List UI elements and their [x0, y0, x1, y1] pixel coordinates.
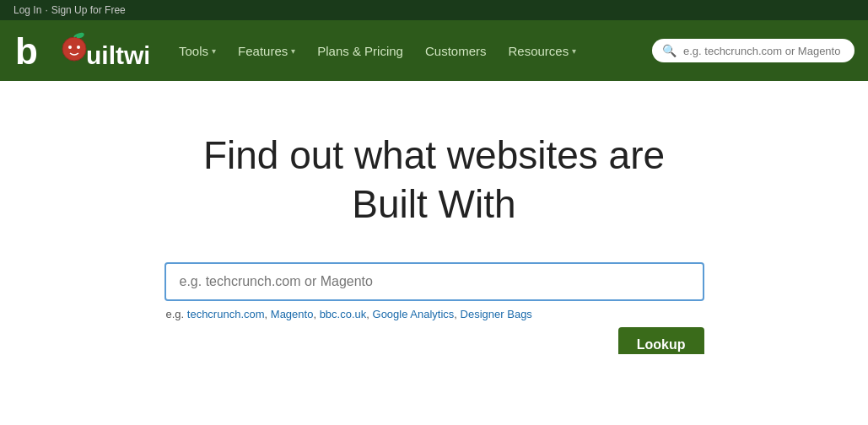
login-link[interactable]: Log In — [13, 4, 41, 16]
nav-features-chevron-icon: ▾ — [291, 46, 295, 56]
hint-magento[interactable]: Magento — [271, 308, 314, 320]
hint-designer-bags[interactable]: Designer Bags — [461, 308, 532, 320]
nav-resources-label: Resources — [508, 44, 569, 58]
hint-techcrunch[interactable]: techcrunch.com — [187, 308, 265, 320]
svg-text:b: b — [15, 30, 38, 71]
nav-tools-chevron-icon: ▾ — [212, 46, 216, 56]
nav-plans-label: Plans & Pricing — [317, 44, 403, 58]
search-hints: e.g. techcrunch.com, Magento, bbc.co.uk,… — [166, 308, 532, 320]
svg-point-4 — [77, 46, 80, 49]
nav-item-customers[interactable]: Customers — [415, 37, 497, 65]
nav-item-features[interactable]: Features ▾ — [228, 37, 305, 65]
lookup-button[interactable]: Lookup — [618, 327, 704, 354]
hints-prefix: e.g. — [166, 308, 187, 320]
main-search-container: e.g. techcrunch.com, Magento, bbc.co.uk,… — [164, 262, 704, 320]
nav-customers-label: Customers — [425, 44, 487, 58]
search-icon: 🔍 — [662, 44, 677, 57]
nav-features-label: Features — [238, 44, 288, 58]
nav-item-plans[interactable]: Plans & Pricing — [307, 37, 413, 65]
signup-link[interactable]: Sign Up for Free — [51, 4, 126, 16]
svg-point-3 — [68, 46, 72, 49]
nav-search-input[interactable] — [683, 45, 844, 57]
nav-resources-chevron-icon: ▾ — [572, 46, 576, 56]
logo[interactable]: b uiltwith — [13, 30, 148, 71]
top-bar: Log In · Sign Up for Free — [0, 0, 868, 20]
nav-search-box: 🔍 — [652, 39, 855, 62]
nav-links: Tools ▾ Features ▾ Plans & Pricing Custo… — [169, 37, 649, 65]
nav-item-tools[interactable]: Tools ▾ — [169, 37, 226, 65]
navbar: b uiltwith Tools ▾ Features ▾ Pla — [0, 20, 868, 81]
main-search-input[interactable] — [164, 262, 704, 301]
hint-bbc[interactable]: bbc.co.uk — [320, 308, 367, 320]
svg-text:uiltwith: uiltwith — [86, 41, 148, 69]
nav-item-resources[interactable]: Resources ▾ — [498, 37, 586, 65]
hero-title: Find out what websites are Built With — [203, 132, 665, 229]
logo-svg: b uiltwith — [13, 30, 148, 71]
hero-section: Find out what websites are Built With e.… — [0, 81, 868, 354]
hint-ga[interactable]: Google Analytics — [373, 308, 455, 320]
separator: · — [45, 4, 47, 16]
nav-tools-label: Tools — [179, 44, 208, 58]
